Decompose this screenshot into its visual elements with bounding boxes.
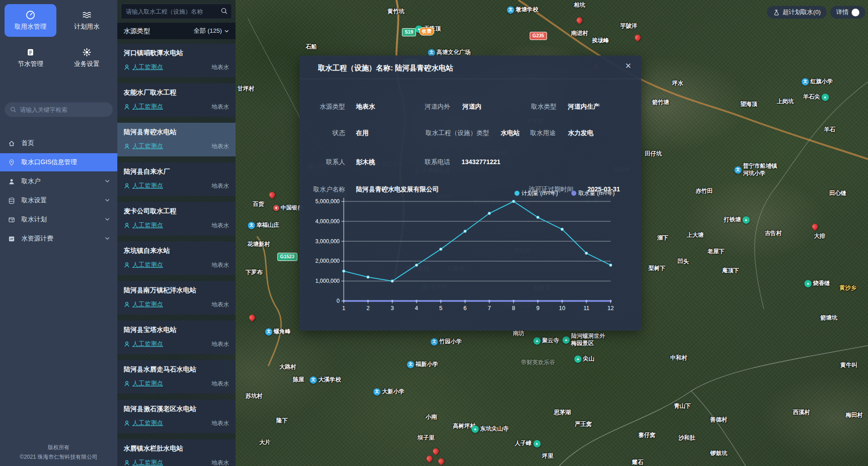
bill-icon — [8, 235, 15, 242]
search-icon[interactable] — [221, 7, 228, 16]
monitor-type-link[interactable]: 人工监测点 — [124, 459, 163, 466]
sidebar-item-1[interactable]: 首页 — [0, 134, 117, 152]
scenic-pin-icon[interactable]: ▲ — [415, 25, 422, 33]
station-meta: 人工监测点地表水 — [124, 301, 229, 309]
sidebar-item-6[interactable]: 水资源计费 — [0, 230, 117, 248]
scenic-pin-icon[interactable]: ▲ — [822, 94, 829, 101]
sidebar-item-4[interactable]: 取水设置 — [0, 191, 117, 210]
school-pin-icon[interactable]: 文 — [373, 388, 381, 396]
sidebar-item-label: 水资源计费 — [21, 235, 53, 243]
station-meta: 人工监测点地表水 — [124, 142, 229, 150]
svg-text:0: 0 — [336, 298, 340, 304]
school-pin-icon[interactable]: 文 — [507, 6, 514, 14]
app-tile-1[interactable]: 取用水管理 — [5, 4, 56, 37]
school-pin-icon[interactable]: 文 — [734, 166, 742, 174]
scenic-pin-icon[interactable]: ▲ — [472, 426, 479, 433]
school-pin-icon[interactable]: 文 — [431, 338, 438, 346]
scenic-pin-icon[interactable]: ▲ — [533, 337, 541, 345]
station-list-item[interactable]: 友能水厂取水工程人工监测点地表水 — [117, 83, 236, 117]
scenic-pin-icon[interactable]: ▲ — [574, 356, 582, 363]
school-pin-icon[interactable]: 文 — [248, 222, 255, 229]
station-list-item[interactable]: 陆河县宝塔水电站人工监测点地表水 — [117, 321, 236, 354]
sidebar-search-input[interactable] — [20, 106, 102, 113]
field-label: 联系人 — [300, 158, 345, 166]
scenic-pin-icon[interactable]: ▲ — [533, 440, 541, 447]
filter-value-dropdown[interactable]: 全部 (125) — [194, 27, 229, 35]
school-pin-icon[interactable]: 文 — [802, 78, 809, 85]
monitor-type-link[interactable]: 人工监测点 — [124, 301, 163, 309]
scenic-pin-icon[interactable]: ▲ — [743, 216, 750, 224]
svg-text:3,000,000: 3,000,000 — [316, 238, 340, 245]
pin-icon — [8, 159, 15, 166]
water-source-type: 地表水 — [211, 301, 229, 309]
monitor-type-link[interactable]: 人工监测点 — [124, 380, 163, 388]
over-plan-water-button[interactable]: 超计划取水(0) — [767, 6, 827, 19]
svg-text:8: 8 — [512, 305, 515, 311]
over-plan-water-label: 超计划取水(0) — [783, 8, 821, 16]
station-list-item[interactable]: 陆河县激石溪老区水电站人工监测点地表水 — [117, 400, 236, 433]
sidebar-item-3[interactable]: 取水户 — [0, 172, 117, 190]
monitor-type-link[interactable]: 人工监测点 — [124, 419, 163, 427]
field-label: 取水类型 — [531, 103, 557, 111]
svg-text:1,000,000: 1,000,000 — [316, 278, 340, 284]
svg-text:10: 10 — [559, 305, 565, 311]
person-icon — [124, 143, 130, 150]
sidebar: 取用水管理计划用水节水管理业务设置 首页取水口GIS信息管理取水户取水设置取水计… — [0, 0, 117, 466]
station-name: 河口镇唱歌潭水电站 — [124, 49, 229, 57]
school-pin-icon[interactable]: 文 — [310, 376, 317, 384]
school-pin-icon[interactable]: 文 — [265, 328, 272, 336]
monitor-type-link[interactable]: 人工监测点 — [124, 221, 163, 230]
chevron-down-icon — [105, 197, 110, 204]
water-source-type: 地表水 — [211, 182, 229, 190]
sidebar-item-5[interactable]: 取水计划 — [0, 210, 117, 229]
filter-value: 全部 (125) — [194, 27, 222, 35]
station-list-item[interactable]: 麦卡公司取水工程人工监测点地表水 — [117, 202, 236, 236]
station-search-input[interactable] — [121, 4, 232, 19]
doc-icon — [25, 47, 35, 57]
station-list-item[interactable]: 陆河县南万镇杞洋水电站人工监测点地表水 — [117, 281, 236, 315]
close-icon[interactable]: × — [625, 61, 631, 71]
monitor-type-link[interactable]: 人工监测点 — [124, 63, 163, 71]
monitor-type-link[interactable]: 人工监测点 — [124, 340, 163, 348]
monitor-type-link[interactable]: 人工监测点 — [124, 261, 163, 269]
monitor-type-link[interactable]: 人工监测点 — [124, 182, 163, 190]
monitor-type-link[interactable]: 人工监测点 — [124, 142, 163, 150]
station-list-item[interactable]: 陆河县自来水厂人工监测点地表水 — [117, 162, 236, 196]
monitor-type-link[interactable]: 人工监测点 — [124, 103, 163, 111]
tile-label: 节水管理 — [18, 60, 43, 68]
svg-text:4: 4 — [415, 305, 418, 311]
station-list-item[interactable]: 水唇镇水栏肚水电站人工监测点地表水 — [117, 439, 236, 466]
chevron-down-icon — [105, 235, 110, 242]
field-label: 河道内外 — [425, 103, 450, 111]
station-list-item[interactable]: 陆河县水唇走马石水电站人工监测点地表水 — [117, 360, 236, 394]
svg-text:5,000,000: 5,000,000 — [316, 198, 340, 205]
water-source-type: 地表水 — [211, 459, 229, 466]
sidebar-item-label: 取水口GIS信息管理 — [21, 158, 77, 166]
school-pin-icon[interactable]: 文 — [407, 361, 414, 368]
scenic-pin-icon[interactable]: ▲ — [562, 336, 570, 344]
sidebar-item-2[interactable]: 取水口GIS信息管理 — [0, 153, 117, 171]
person-icon — [124, 104, 130, 110]
station-meta: 人工监测点地表水 — [124, 340, 229, 348]
flask-icon — [773, 9, 779, 16]
detail-toggle-label: 详情 — [836, 8, 848, 16]
copyright-line1: 版权所有 — [0, 443, 117, 452]
copyright-line2: ©2021 珠海市仁智科技有限公司 — [0, 452, 117, 461]
scenic-pin-icon[interactable]: ▲ — [804, 280, 812, 287]
app-tile-3[interactable]: 节水管理 — [5, 41, 56, 74]
field-value: 地表水 — [356, 103, 375, 111]
station-meta: 人工监测点地表水 — [124, 459, 229, 466]
detail-toggle[interactable]: 详情 — [830, 6, 865, 19]
tile-label: 业务设置 — [74, 60, 100, 68]
app-tile-2[interactable]: 计划用水 — [61, 4, 113, 37]
app-tile-4[interactable]: 业务设置 — [61, 41, 113, 74]
station-list-item[interactable]: 陆河县青硿水电站人工监测点地表水 — [117, 123, 236, 156]
chevron-down-icon — [105, 216, 110, 223]
topbar-right: 超计划取水(0) 详情 — [767, 6, 865, 19]
station-list-item[interactable]: 河口镇唱歌潭水电站人工监测点地表水 — [117, 44, 236, 77]
sidebar-item-label: 取水户 — [21, 177, 40, 185]
station-list-item[interactable]: 东坑镇自来水站人工监测点地表水 — [117, 241, 236, 275]
station-meta: 人工监测点地表水 — [124, 261, 229, 269]
annual-water-chart: 01,000,0002,000,0003,000,0004,000,0005,0… — [309, 188, 627, 320]
toggle-knob[interactable] — [852, 9, 859, 16]
